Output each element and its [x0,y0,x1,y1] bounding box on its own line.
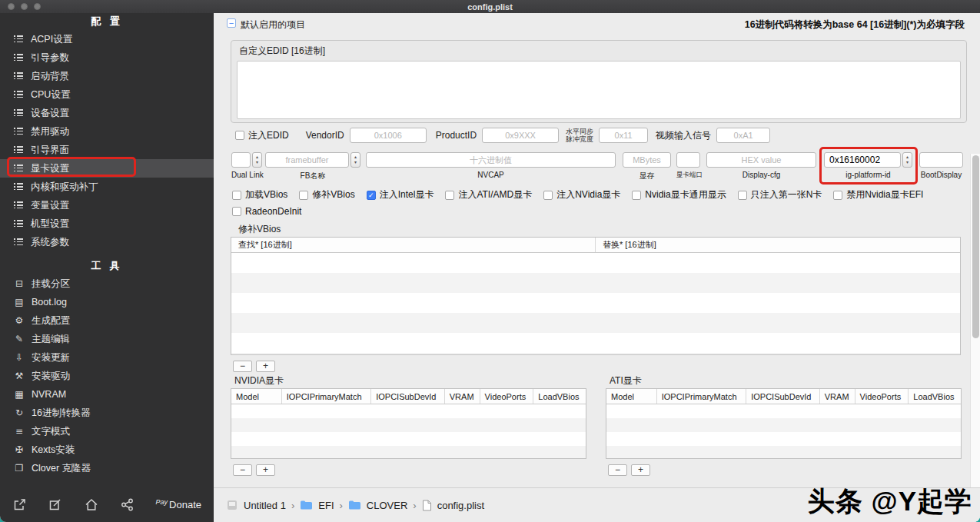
column-find[interactable]: 查找* [16进制] [231,238,596,252]
sidebar-tool-install-drivers[interactable]: ⚒安装驱动 [0,367,214,385]
minimize-button-icon[interactable] [21,3,28,10]
home-icon[interactable] [84,497,99,512]
column-videoports[interactable]: VideoPorts [480,389,534,404]
sidebar-item-gui[interactable]: 引导界面 [0,141,214,159]
checkbox-label: 禁用Nvidia显卡EFI [846,188,923,201]
nvidia-table-body[interactable] [231,404,586,458]
sidebar-item-boot-background[interactable]: 启动背景 [0,67,214,85]
column-replace[interactable]: 替换* [16进制] [596,238,960,252]
ati-table[interactable]: Model IOPCIPrimaryMatch IOPCISubDevId VR… [606,388,962,459]
patch-table-header: 查找* [16进制] 替换* [16进制] [231,238,960,253]
patch-vbios-table[interactable]: 查找* [16进制] 替换* [16进制] [231,237,961,355]
export-icon[interactable] [12,497,27,512]
column-iopcisubdevid[interactable]: IOPCISubDevId [371,389,445,404]
hsync-field[interactable] [599,128,648,143]
scrollbar-thumb[interactable] [972,155,979,338]
add-row-button[interactable]: + [631,464,650,476]
sidebar-item-boot-args[interactable]: 引导参数 [0,48,214,67]
column-iopciprimarymatch[interactable]: IOPCIPrimaryMatch [282,389,371,404]
sidebar-tool-text-mode[interactable]: ≡文字模式 [0,422,214,441]
breadcrumb-item[interactable]: Untitled 1 [244,500,286,511]
product-id-field[interactable] [482,128,559,143]
sidebar-tool-bootlog[interactable]: ▤Boot.log [0,293,214,311]
sidebar-tool-generate-config[interactable]: ⚙生成配置 [0,311,214,330]
column-model[interactable]: Model [606,389,657,404]
compose-icon[interactable] [48,497,62,512]
radeon-deinit-checkbox[interactable]: RadeonDeInit [232,206,301,217]
vendor-id-field[interactable] [350,128,427,143]
vertical-scrollbar[interactable] [970,154,980,487]
title-bar[interactable]: config.plist [0,0,980,13]
sidebar-tool-mount-partition[interactable]: ⊟挂载分区 [0,274,214,293]
sidebar-tool-clover-cloner[interactable]: ❐Clover 克隆器 [0,459,214,477]
sidebar-item-acpi[interactable]: ACPI设置 [0,30,214,48]
ig-platform-id-field[interactable] [824,152,901,168]
breadcrumb-item[interactable]: EFI [318,500,334,511]
inject-ati-checkbox[interactable]: 注入ATI/AMD显卡 [445,188,532,201]
graphics-controls-row: ▴▾ Dual Link ▴▾ FB名称 NVCAP 显存 显卡端口 Dis [214,152,980,189]
donate-button[interactable]: PayDonate [156,499,201,510]
sidebar-item-rt-variables[interactable]: 变量设置 [0,196,214,214]
chevron-right-icon: › [340,500,343,511]
load-vbios-checkbox[interactable]: 加载VBios [232,188,287,201]
breadcrumb-item[interactable]: config.plist [437,500,484,511]
breadcrumb: Untitled 1 › EFI › CLOVER › config.plist [226,499,484,511]
sidebar-tool-theme-editor[interactable]: ✎主题编辑 [0,330,214,348]
sidebar-item-graphics[interactable]: 显卡设置 [0,159,214,178]
remove-row-button[interactable]: − [608,464,627,476]
sidebar-tool-install-update[interactable]: ⇩安装更新 [0,348,214,367]
close-button-icon[interactable] [8,3,15,10]
column-iopciprimarymatch[interactable]: IOPCIPrimaryMatch [657,389,746,404]
vram-field[interactable] [623,152,671,168]
patch-vbios-checkbox[interactable]: 修补VBios [299,188,354,201]
nvidia-table[interactable]: Model IOPCIPrimaryMatch IOPCISubDevId VR… [231,388,586,459]
column-vram[interactable]: VRAM [820,389,855,404]
inject-nvidia-checkbox[interactable]: 注入NVidia显卡 [543,188,620,201]
nvidia-single-checkbox[interactable]: 只注入第一张N卡 [738,188,822,201]
add-row-button[interactable]: + [256,361,275,372]
boot-display-field[interactable] [919,152,963,168]
sidebar-item-smbios[interactable]: 机型设置 [0,214,214,233]
sidebar-item-kernel-patches[interactable]: 内核和驱动补丁 [0,178,214,196]
ati-table-body[interactable] [606,404,961,458]
share-icon[interactable] [120,497,135,512]
sidebar-item-disable-drivers[interactable]: 禁用驱动 [0,122,214,141]
custom-edid-textarea[interactable] [237,61,961,119]
patch-table-body[interactable] [231,253,960,354]
main-panel: − 默认启用的项目 16进制代码将转换为base 64 [16进制](*)为必填… [214,13,980,522]
remove-row-button[interactable]: − [233,464,252,476]
dual-link-field[interactable] [231,152,251,168]
column-vram[interactable]: VRAM [445,389,480,404]
display-cfg-field[interactable] [706,152,816,168]
column-model[interactable]: Model [231,389,282,404]
breadcrumb-item[interactable]: CLOVER [367,500,407,511]
column-loadvbios[interactable]: LoadVBios [909,389,961,404]
column-videoports[interactable]: VideoPorts [855,389,909,404]
sidebar-tool-nvram[interactable]: ▦NVRAM [0,385,214,404]
column-loadvbios[interactable]: LoadVBios [533,389,586,404]
nvidia-noefi-checkbox[interactable]: 禁用Nvidia显卡EFI [833,188,923,201]
maximize-button-icon[interactable] [34,3,41,10]
sidebar-tool-hex-converter[interactable]: ↻16进制转换器 [0,404,214,422]
inject-intel-checkbox[interactable]: ✓注入Intel显卡 [367,188,434,201]
column-iopcisubdevid[interactable]: IOPCISubDevId [746,389,820,404]
mount-icon: ⊟ [14,278,25,289]
nvidia-generic-checkbox[interactable]: Nvidia显卡通用显示 [632,188,726,201]
inject-edid-checkbox[interactable]: 注入EDID [235,129,289,142]
fb-name-field[interactable] [265,152,349,168]
sidebar-item-system-parameters[interactable]: 系统参数 [0,233,214,251]
video-signal-field[interactable] [716,128,770,143]
add-row-button[interactable]: + [256,464,275,476]
video-ports-field[interactable] [676,152,700,168]
stepper-icon[interactable]: ▴▾ [902,152,912,168]
collapse-checkbox-icon[interactable]: − [227,18,236,28]
chevron-right-icon: › [291,500,294,511]
sidebar-tool-kexts-installer[interactable]: ✠Kexts安装 [0,441,214,459]
stepper-icon[interactable]: ▴▾ [350,152,360,168]
nvcap-field[interactable] [366,152,616,168]
remove-row-button[interactable]: − [233,361,252,372]
checkbox-icon [445,191,454,200]
sidebar-item-cpu[interactable]: CPU设置 [0,85,214,104]
sidebar-item-devices[interactable]: 设备设置 [0,104,214,122]
stepper-icon[interactable]: ▴▾ [252,152,262,168]
